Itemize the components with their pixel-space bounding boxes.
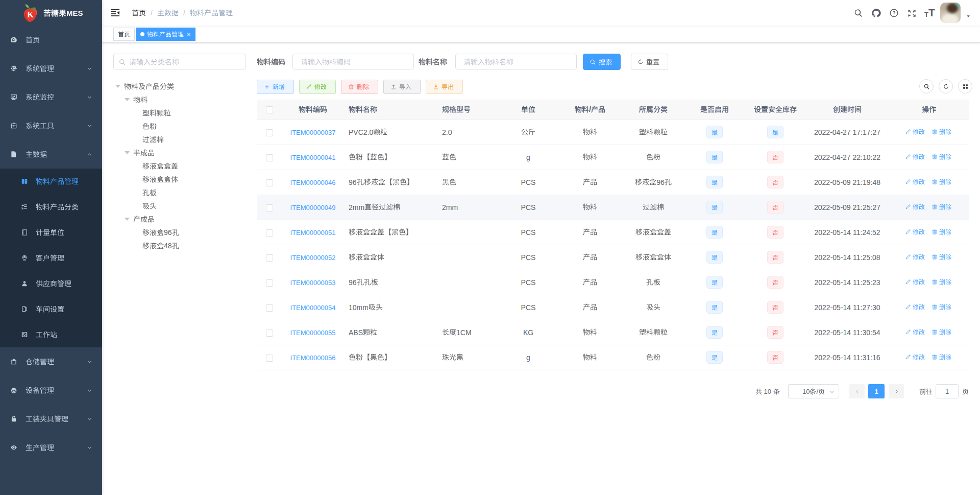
svg-text:K: K bbox=[27, 10, 34, 19]
